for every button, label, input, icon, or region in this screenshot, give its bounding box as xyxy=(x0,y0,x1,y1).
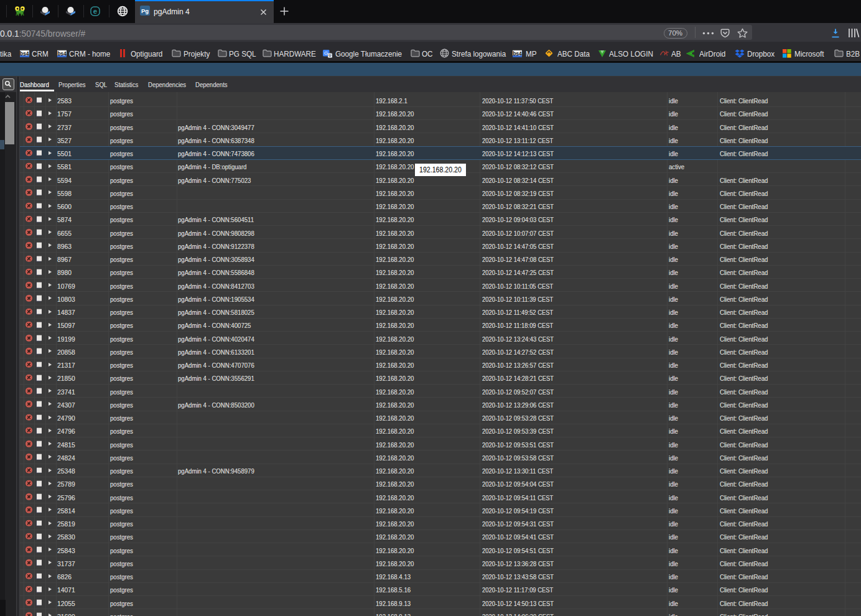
svg-text:文: 文 xyxy=(328,53,332,57)
svg-text:e: e xyxy=(93,7,97,15)
svg-text:Pg: Pg xyxy=(141,7,149,14)
